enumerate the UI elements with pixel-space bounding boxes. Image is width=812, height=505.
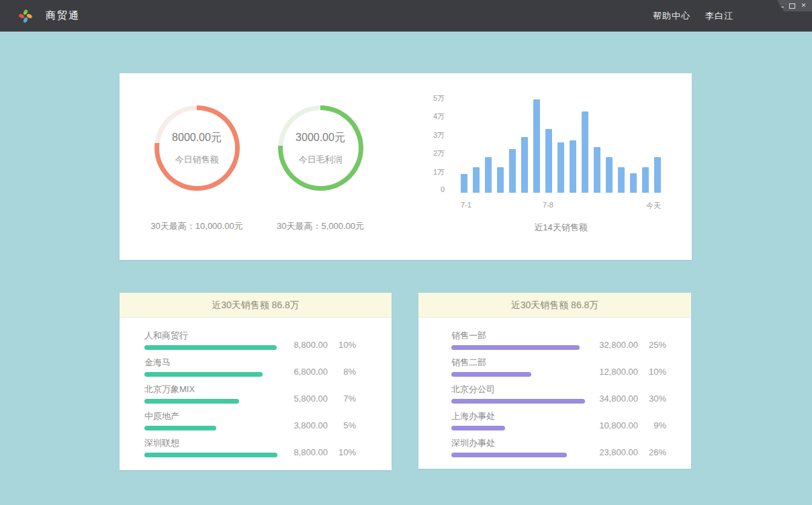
title-bar: 商贸通 帮助中心 李白江 ✕ (0, 0, 812, 32)
y-axis-tick: 0 (420, 185, 445, 193)
rank-percent: 9% (646, 420, 666, 430)
y-axis-tick: 4万 (420, 111, 445, 122)
rank-value: 12,800.0010% (594, 367, 666, 377)
minimize-icon (778, 7, 784, 7)
rank-row: 北京万象MIX5,800.007% (144, 384, 356, 404)
bar-chart-caption: 近14天销售额 (461, 222, 661, 234)
department-panel-title: 近30天销售额 86.8万 (418, 293, 691, 318)
rank-amount: 3,800.00 (283, 420, 328, 430)
rank-value: 8,800.0010% (283, 447, 356, 457)
rank-percent: 8% (336, 367, 356, 377)
sales-bars (461, 99, 661, 193)
rank-percent: 10% (336, 447, 356, 457)
customer-panel-title: 近30天销售额 86.8万 (120, 293, 392, 318)
sales-bar (642, 167, 649, 193)
app-title: 商贸通 (46, 9, 80, 22)
rank-amount: 10,800.00 (594, 420, 638, 430)
rank-bar (144, 372, 263, 377)
rank-percent: 30% (646, 394, 666, 404)
help-center-link[interactable]: 帮助中心 (653, 10, 690, 22)
gauge-center: 8000.00元 今日销售额 (159, 110, 235, 186)
y-axis-tick: 1万 (420, 167, 445, 177)
rank-row: 销售一部32,800.0025% (451, 330, 666, 350)
rank-value: 10,800.009% (594, 420, 666, 430)
rank-row: 深圳办事处23,800.0026% (451, 438, 666, 457)
user-menu[interactable]: 李白江 (705, 10, 733, 22)
x-axis-label: 7-8 (543, 201, 553, 209)
rank-value: 6,800.008% (283, 367, 356, 377)
today-profit-gauge-ring: 3000.00元 今日毛利润 (278, 105, 363, 191)
rank-percent: 25% (646, 340, 666, 350)
rank-amount: 8,800.00 (283, 340, 328, 350)
rank-percent: 7% (336, 394, 356, 404)
rank-bar (144, 345, 277, 350)
rank-value: 23,800.0026% (594, 447, 666, 457)
today-profit-gauge-block: 3000.00元 今日毛利润 30天最高：5,000.00元 (257, 105, 384, 232)
rank-row: 人和商贸行8,800.0010% (144, 330, 356, 350)
rank-row: 北京分公司34,800.0030% (451, 384, 666, 404)
rank-bar (451, 345, 580, 350)
sales-bar (630, 173, 637, 193)
sales-bar (570, 140, 576, 193)
rank-amount: 12,800.00 (594, 367, 638, 377)
y-axis-tick: 3万 (420, 130, 445, 140)
rank-percent: 26% (646, 447, 666, 457)
rank-amount: 8,800.00 (283, 447, 328, 457)
sales-bar (594, 147, 600, 193)
sales-bar (473, 167, 480, 193)
rank-percent: 5% (336, 420, 356, 430)
today-profit-value: 3000.00元 (296, 131, 345, 145)
x-axis-label: 今天 (646, 201, 661, 211)
gauge-center: 3000.00元 今日毛利润 (283, 110, 359, 186)
rank-row: 金海马6,800.008% (144, 357, 356, 377)
customer-ranking-list: 人和商贸行8,800.0010%金海马6,800.008%北京万象MIX5,80… (120, 318, 392, 457)
rank-value: 34,800.0030% (594, 394, 666, 404)
rank-value: 8,800.0010% (283, 340, 356, 350)
sales-bar (521, 137, 528, 193)
rank-amount: 5,800.00 (283, 394, 328, 404)
maximize-button[interactable] (788, 2, 796, 9)
rank-bar (144, 399, 239, 404)
today-sales-value: 8000.00元 (172, 131, 222, 145)
rank-bar (451, 399, 585, 404)
rank-value: 3,800.005% (283, 420, 356, 430)
customer-ranking-panel: 近30天销售额 86.8万 人和商贸行8,800.0010%金海马6,800.0… (120, 293, 392, 470)
sales-bar (533, 99, 540, 193)
close-button[interactable]: ✕ (800, 2, 807, 9)
maximize-icon (789, 3, 795, 9)
rank-row: 中原地产3,800.005% (144, 411, 356, 430)
sales-bar (545, 129, 552, 193)
rank-bar (144, 453, 277, 457)
rank-percent: 10% (336, 340, 356, 350)
sales-bar (461, 174, 467, 193)
rank-row: 深圳联想8,800.0010% (144, 438, 356, 457)
rank-amount: 23,800.00 (594, 447, 638, 457)
sales-bar (497, 167, 504, 193)
rank-amount: 6,800.00 (283, 367, 328, 377)
department-ranking-panel: 近30天销售额 86.8万 销售一部32,800.0025%销售二部12,800… (418, 293, 691, 469)
rank-amount: 32,800.00 (594, 340, 638, 350)
app-logo-icon (17, 8, 34, 24)
close-icon: ✕ (801, 3, 807, 9)
sales-bar (606, 157, 613, 193)
sales-bar (485, 157, 492, 193)
minimize-button[interactable] (777, 2, 784, 9)
y-axis-tick: 2万 (420, 148, 445, 158)
rank-bar (451, 453, 567, 457)
app-window: { "colors": { "page_bg": "#a9d6db", "tit… (0, 0, 812, 505)
sales-bar (654, 157, 661, 193)
rank-row: 销售二部12,800.0010% (451, 357, 666, 377)
today-profit-footnote: 30天最高：5,000.00元 (257, 220, 384, 232)
sales-bar (618, 167, 625, 193)
today-profit-label: 今日毛利润 (299, 154, 343, 166)
rank-bar (451, 426, 505, 430)
y-axis-tick: 5万 (420, 93, 445, 103)
brand: 商贸通 (17, 0, 80, 32)
rank-value: 32,800.0025% (594, 340, 666, 350)
titlebar-menu: 帮助中心 李白江 (653, 0, 733, 32)
rank-percent: 10% (646, 367, 666, 377)
rank-amount: 34,800.00 (594, 394, 638, 404)
overview-card: 8000.00元 今日销售额 30天最高：10,000.00元 3000.00元… (120, 73, 692, 260)
department-ranking-list: 销售一部32,800.0025%销售二部12,800.0010%北京分公司34,… (418, 318, 691, 457)
today-sales-label: 今日销售额 (175, 154, 219, 166)
